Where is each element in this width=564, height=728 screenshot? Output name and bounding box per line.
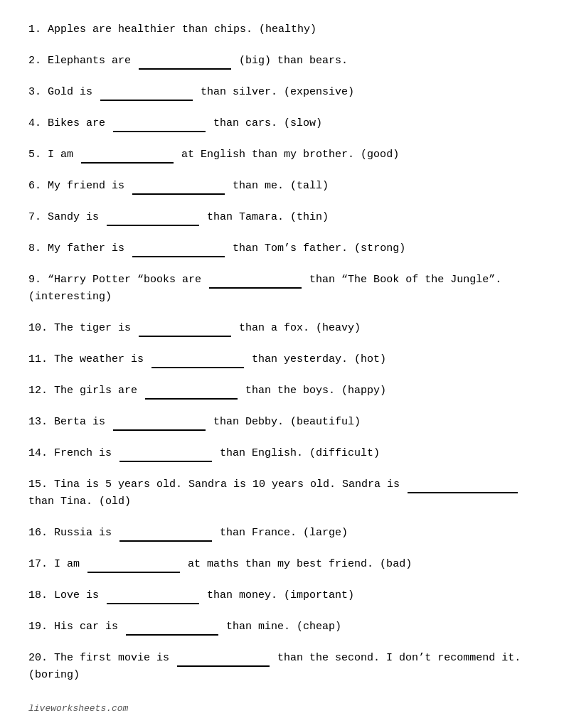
item-number: 9. xyxy=(28,274,41,286)
item-text-before: My father is xyxy=(48,242,124,255)
answer-blank[interactable] xyxy=(145,381,238,400)
item-text-before: I am xyxy=(48,149,73,161)
answer-blank[interactable] xyxy=(107,208,199,226)
answer-blank[interactable] xyxy=(209,270,302,289)
exercise-item: 7. Sandy is than Tamara. (thin) xyxy=(28,208,536,226)
item-number: 17. xyxy=(28,558,48,570)
item-number: 10. xyxy=(28,322,48,334)
item-number: 19. xyxy=(28,621,48,633)
item-number: 7. xyxy=(28,211,41,223)
answer-blank[interactable] xyxy=(139,51,231,70)
item-text-before: My friend is xyxy=(48,180,124,192)
exercise-item: 19. His car is than mine. (cheap) xyxy=(28,617,536,636)
item-number: 5. xyxy=(28,149,41,161)
exercise-item: 15. Tina is 5 years old. Sandra is 10 ye… xyxy=(28,475,536,510)
item-text-before: The first movie is xyxy=(54,652,169,664)
answer-blank[interactable] xyxy=(81,145,174,164)
answer-blank[interactable] xyxy=(139,318,231,337)
answer-blank[interactable] xyxy=(126,617,218,636)
item-text-before: The girls are xyxy=(54,385,137,397)
exercise-item: 5. I am at English than my brother. (goo… xyxy=(28,145,536,164)
item-text-after: than yesterday. (hot) xyxy=(252,353,386,365)
exercise-item: 2. Elephants are (big) than bears. xyxy=(28,51,536,70)
answer-blank[interactable] xyxy=(177,648,270,667)
answer-blank[interactable] xyxy=(87,555,180,573)
item-number: 3. xyxy=(28,86,41,98)
item-number: 6. xyxy=(28,180,41,192)
item-text-after: than a fox. (heavy) xyxy=(239,322,361,334)
exercise-item: 1. Apples are healthier than chips. (hea… xyxy=(28,21,536,38)
answer-blank[interactable] xyxy=(132,239,225,257)
item-text-before: Elephants are xyxy=(48,55,131,67)
exercise-item: 18. Love is than money. (important) xyxy=(28,586,536,604)
item-text-before: Gold is xyxy=(48,86,92,98)
exercise-item: 8. My father is than Tom’s father. (stro… xyxy=(28,239,536,257)
item-text-after: than France. (large) xyxy=(220,527,348,539)
item-number: 1. xyxy=(28,23,41,36)
item-number: 2. xyxy=(28,55,41,67)
exercise-item: 3. Gold is than silver. (expensive) xyxy=(28,82,536,101)
item-text-after: than me. (tall) xyxy=(233,180,329,192)
item-hint: (healthy) xyxy=(259,23,316,36)
item-text-before: The tiger is xyxy=(54,322,131,334)
item-text-after: than Debby. (beautiful) xyxy=(213,416,361,428)
answer-blank[interactable] xyxy=(119,444,212,462)
item-number: 20. xyxy=(28,652,48,664)
item-number: 13. xyxy=(28,416,48,428)
item-number: 16. xyxy=(28,527,48,539)
item-text-after: (big) than bears. xyxy=(239,55,348,67)
item-text-after: than Tina. (old) xyxy=(28,496,131,508)
item-number: 11. xyxy=(28,353,48,365)
item-text-after: than silver. (expensive) xyxy=(201,86,354,98)
item-number: 4. xyxy=(28,117,41,129)
exercise-item: 13. Berta is than Debby. (beautiful) xyxy=(28,412,536,431)
exercise-item: 9. “Harry Potter “books are than “The Bo… xyxy=(28,270,536,306)
exercise-item: 14. French is than English. (difficult) xyxy=(28,444,536,462)
item-text-before: Russia is xyxy=(54,527,112,539)
item-text-before: Love is xyxy=(54,589,99,601)
item-text-after: than mine. (cheap) xyxy=(226,621,341,633)
item-number: 18. xyxy=(28,589,48,601)
answer-blank[interactable] xyxy=(408,475,518,493)
item-text-before: Berta is xyxy=(54,416,105,428)
item-text-after: than the boys. (happy) xyxy=(245,385,386,397)
exercise-item: 16. Russia is than France. (large) xyxy=(28,523,536,542)
item-text-before: French is xyxy=(54,447,112,459)
exercise-item: 11. The weather is than yesterday. (hot) xyxy=(28,350,536,368)
answer-blank[interactable] xyxy=(132,176,225,195)
item-text-before: “Harry Potter “books are xyxy=(48,274,201,286)
item-text-before: His car is xyxy=(54,621,118,633)
exercise-item: 6. My friend is than me. (tall) xyxy=(28,176,536,195)
item-number: 12. xyxy=(28,385,48,397)
exercise-item: 12. The girls are than the boys. (happy) xyxy=(28,381,536,400)
footer-label: liveworksheets.com xyxy=(28,703,128,714)
answer-blank[interactable] xyxy=(100,82,193,101)
answer-blank[interactable] xyxy=(151,350,244,368)
exercise-item: 20. The first movie is than the second. … xyxy=(28,648,536,684)
item-text-after: at maths than my best friend. (bad) xyxy=(188,558,412,570)
item-text-after: than money. (important) xyxy=(207,589,354,601)
exercise-item: 10. The tiger is than a fox. (heavy) xyxy=(28,318,536,337)
item-text: Apples are healthier than chips. xyxy=(48,23,252,36)
exercise-item: 4. Bikes are than cars. (slow) xyxy=(28,114,536,132)
item-text-after: than Tamara. (thin) xyxy=(207,211,329,223)
item-number: 14. xyxy=(28,447,48,459)
item-text-after: than Tom’s father. (strong) xyxy=(233,242,405,255)
item-text-before: Bikes are xyxy=(48,117,105,129)
item-text-before: Sandy is xyxy=(48,211,99,223)
item-number: 15. xyxy=(28,478,48,491)
item-text-after: at English than my brother. (good) xyxy=(181,149,399,161)
item-text-after: than English. (difficult) xyxy=(220,447,380,459)
answer-blank[interactable] xyxy=(107,586,199,604)
exercise-list: 1. Apples are healthier than chips. (hea… xyxy=(28,21,536,684)
item-text-before: I am xyxy=(54,558,80,570)
item-text-before: The weather is xyxy=(54,353,144,365)
answer-blank[interactable] xyxy=(113,114,206,132)
answer-blank[interactable] xyxy=(113,412,206,431)
item-text-after: than cars. (slow) xyxy=(213,117,322,129)
exercise-item: 17. I am at maths than my best friend. (… xyxy=(28,555,536,573)
item-number: 8. xyxy=(28,242,41,255)
answer-blank[interactable] xyxy=(119,523,212,542)
item-text-before: Tina is 5 years old. Sandra is 10 years … xyxy=(54,478,400,491)
